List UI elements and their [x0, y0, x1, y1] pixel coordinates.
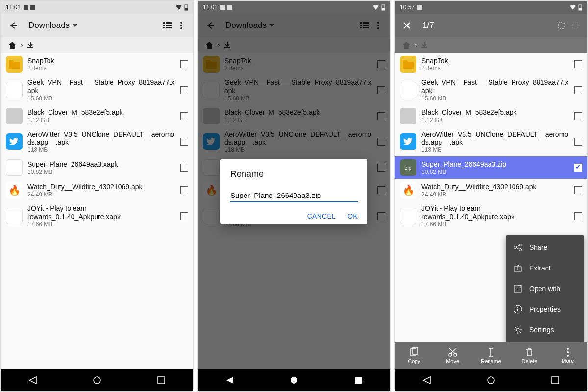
dialog-title: Rename	[230, 169, 358, 179]
file-size: 118 MB	[421, 147, 569, 153]
status-icon	[417, 5, 422, 10]
open-icon	[514, 284, 522, 293]
checkbox[interactable]	[180, 86, 188, 94]
checkbox[interactable]	[574, 212, 582, 220]
menu-extract[interactable]: Extract	[506, 258, 584, 278]
file-icon	[400, 82, 416, 98]
file-size: 17.66 MB	[421, 221, 569, 228]
svg-point-35	[519, 244, 522, 246]
back-button[interactable]	[6, 19, 20, 32]
menu-settings[interactable]: Settings	[506, 319, 584, 340]
file-icon: 🔥	[400, 182, 416, 198]
checkbox[interactable]	[574, 138, 582, 146]
checkbox[interactable]	[574, 164, 582, 172]
nav-back-button[interactable]	[28, 376, 37, 385]
file-row[interactable]: AeroWitter_V3.5_UNClone_DEFAULT__aeromod…	[1, 127, 193, 157]
checkbox[interactable]	[180, 164, 188, 172]
close-selection-button[interactable]	[400, 19, 414, 32]
file-row[interactable]: Black_Clover_M_583e2ef5.apk1.12 GB	[1, 105, 193, 127]
checkbox[interactable]	[574, 186, 582, 194]
file-name: AeroWitter_V3.5_UNClone_DEFAULT__aeromod…	[27, 130, 175, 147]
more-action[interactable]: More	[549, 342, 587, 369]
battery-icon	[578, 4, 582, 11]
svg-point-11	[180, 27, 182, 29]
cancel-button[interactable]: CANCEL	[307, 212, 336, 220]
nav-home-button[interactable]	[290, 376, 298, 385]
file-row[interactable]: SnapTok2 items	[395, 53, 587, 75]
menu-share[interactable]: Share	[506, 237, 584, 258]
file-row[interactable]: 🔥Watch_Duty__Wildfire_43021069.apk24.49 …	[395, 179, 587, 201]
overflow-button[interactable]	[174, 19, 188, 32]
status-icon	[24, 5, 28, 10]
file-name: JOYit - Play to earn rewards_0.1.40_Apkp…	[421, 204, 569, 221]
file-size: 15.60 MB	[421, 95, 569, 102]
delete-action[interactable]: Delete	[510, 342, 548, 369]
menu-open[interactable]: Open with	[506, 278, 584, 299]
status-bar: 10:57	[395, 1, 587, 14]
nav-recent-button[interactable]	[354, 376, 363, 385]
battery-icon	[381, 4, 385, 11]
file-row[interactable]: JOYit - Play to earn rewards_0.1.40_Apkp…	[395, 201, 587, 231]
file-list[interactable]: SnapTok2 itemsGeek_VPN__Fast___Stable_Pr…	[1, 53, 193, 369]
file-name: AeroWitter_V3.5_UNClone_DEFAULT__aeromod…	[421, 130, 569, 147]
svg-rect-6	[166, 22, 172, 24]
checkbox[interactable]	[574, 60, 582, 68]
nav-home-button[interactable]	[487, 376, 495, 385]
file-row[interactable]: Black_Clover_M_583e2ef5.apk1.12 GB	[395, 105, 587, 127]
file-size: 1.12 GB	[27, 117, 175, 123]
menu-info[interactable]: Properties	[506, 299, 584, 319]
file-icon: 🔥	[6, 182, 23, 198]
svg-rect-31	[579, 8, 582, 10]
file-icon	[400, 108, 416, 124]
file-row[interactable]: Geek_VPN__Fast___Stable_Proxy_8819aa77.x…	[1, 75, 193, 105]
more-menu: ShareExtractOpen withPropertiesSettings	[506, 235, 584, 342]
file-row[interactable]: zipSuper_Plane_26649aa3.zip10.82 MB	[395, 156, 587, 179]
file-row[interactable]: AeroWitter_V3.5_UNClone_DEFAULT__aeromod…	[395, 127, 587, 157]
copy-action[interactable]: Copy	[395, 342, 433, 369]
wifi-icon	[569, 4, 576, 10]
ok-button[interactable]: OK	[347, 212, 358, 220]
checkbox[interactable]	[180, 212, 188, 220]
download-icon[interactable]	[27, 41, 34, 49]
file-row[interactable]: Super_Plane_26649aa3.xapk10.82 MB	[1, 156, 193, 179]
nav-back-button[interactable]	[422, 376, 431, 385]
view-toggle-button[interactable]	[161, 19, 174, 32]
nav-recent-button[interactable]	[157, 376, 166, 385]
wifi-icon	[372, 4, 379, 10]
action-bar: CopyMoveRenameDeleteMore	[395, 342, 587, 369]
checkbox[interactable]	[180, 138, 188, 146]
nav-home-button[interactable]	[93, 376, 101, 385]
android-nav-bar	[395, 369, 587, 391]
home-icon[interactable]	[402, 41, 411, 49]
file-name: Black_Clover_M_583e2ef5.apk	[27, 108, 175, 117]
nav-back-button[interactable]	[225, 376, 234, 385]
checkbox[interactable]	[180, 112, 188, 120]
checkbox[interactable]	[180, 186, 188, 194]
file-icon	[400, 56, 416, 73]
nav-recent-button[interactable]	[551, 376, 560, 385]
checkbox[interactable]	[574, 86, 582, 94]
file-name: Watch_Duty__Wildfire_43021069.apk	[421, 183, 569, 191]
cut-icon	[448, 347, 458, 357]
checkbox[interactable]	[574, 112, 582, 120]
file-row[interactable]: 🔥Watch_Duty__Wildfire_43021069.apk24.49 …	[1, 179, 193, 201]
checkbox[interactable]	[180, 60, 188, 68]
file-row[interactable]: JOYit - Play to earn rewards_0.1.40_Apkp…	[1, 201, 193, 231]
rename-action[interactable]: Rename	[472, 342, 510, 369]
select-range-button[interactable]	[568, 19, 582, 32]
download-icon[interactable]	[421, 41, 428, 49]
dialog-scrim[interactable]: Rename CANCEL OK	[198, 14, 390, 369]
cut-action[interactable]: Move	[433, 342, 471, 369]
clock: 11:02	[203, 4, 218, 11]
rename-input[interactable]	[230, 189, 358, 202]
svg-rect-16	[382, 8, 385, 10]
svg-point-9	[180, 22, 182, 24]
screen-selection-mode: 10:57 1/7 › SnapTok2 itemsGeek_VPN__Fast…	[395, 1, 587, 391]
folder-title[interactable]: Downloads	[28, 21, 77, 30]
svg-point-49	[567, 348, 569, 350]
file-row[interactable]: Geek_VPN__Fast___Stable_Proxy_8819aa77.x…	[395, 75, 587, 105]
home-icon[interactable]	[8, 41, 17, 49]
select-all-button[interactable]	[555, 19, 568, 32]
android-nav-bar	[1, 369, 193, 391]
file-row[interactable]: SnapTok2 items	[1, 53, 193, 75]
